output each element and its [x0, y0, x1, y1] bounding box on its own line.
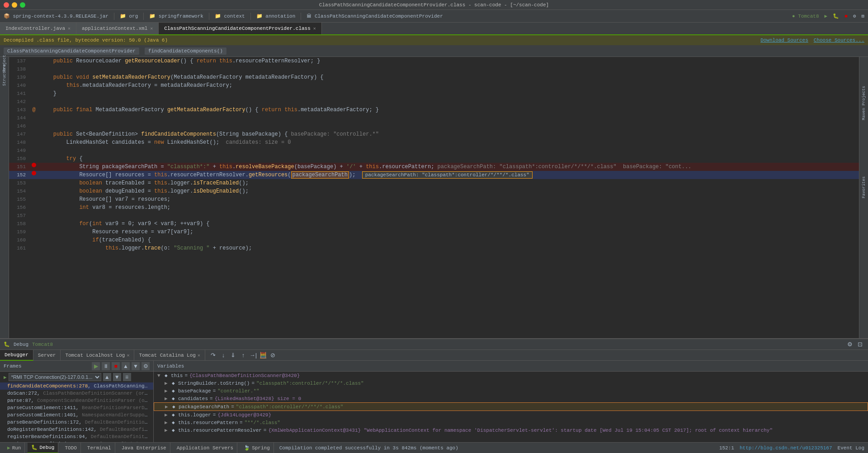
- frame-item-5[interactable]: parseBeanDefinitions:172, DefaultBeanDef…: [0, 419, 153, 426]
- line-gutter: @: [29, 106, 38, 114]
- force-step-into[interactable]: ⇓: [229, 351, 238, 360]
- tomcat-localhost-tab[interactable]: Tomcat Localhost Log ✕: [61, 350, 134, 361]
- pause-button[interactable]: ⏸: [102, 362, 110, 370]
- code-line-147: 147 public Set<BeanDefinition> findCandi…: [9, 130, 859, 138]
- breakpoint-icon[interactable]: [32, 171, 36, 175]
- step-out-button[interactable]: ↑: [239, 351, 248, 360]
- maven-tab[interactable]: Maven Projects: [862, 86, 866, 120]
- localhost-log-close[interactable]: ✕: [127, 353, 129, 358]
- var-item-logger[interactable]: ▶ ◆ this.logger = {Jdk14Logger@3429}: [154, 411, 868, 419]
- thread-nav-up[interactable]: ▲: [103, 373, 111, 381]
- stop-frame-button[interactable]: ■: [112, 362, 120, 370]
- expand-debug-button[interactable]: ⊡: [855, 340, 864, 349]
- tab-class-path-scanning[interactable]: ClassPathScanningCandidateComponentProvi…: [159, 23, 321, 34]
- toolbar-org[interactable]: 📁 org: [120, 13, 138, 19]
- frame-item-3[interactable]: parseCustomElement:1411, BeanDefinitionP…: [0, 404, 153, 411]
- var-item-resourcepatternresolver[interactable]: ▶ ◆ this.resourcePatternResolver = {XmlW…: [154, 426, 868, 434]
- frame-item-6[interactable]: doRegisterBeanDefinitions:142, DefaultBe…: [0, 426, 153, 433]
- catalina-log-close[interactable]: ✕: [198, 353, 200, 358]
- event-log-label[interactable]: Event Log: [838, 445, 864, 451]
- frame-item-4[interactable]: parseCustomElement:1401, NamespaceHandle…: [0, 411, 153, 419]
- settings-debug-button[interactable]: ⚙: [845, 340, 854, 349]
- var-item-stringbuilder[interactable]: ▶ ◆ StringBuilder.toString() = "classpat…: [154, 379, 868, 387]
- frame-item-2[interactable]: parse:87, ComponentScanBeanDefinitionPar…: [0, 397, 153, 404]
- var-item-packagesearchpath[interactable]: ▶ ◆ packageSearchPath = "classpath*:cont…: [154, 402, 868, 411]
- terminal-tab[interactable]: Terminal: [84, 443, 115, 453]
- frame-item-8[interactable]: registerBeanDefinitions:508, XmlBeanDefi…: [0, 440, 153, 442]
- frame-down-button[interactable]: ▼: [132, 362, 140, 370]
- breakpoint-icon[interactable]: [32, 163, 36, 167]
- frames-stop[interactable]: ⊘: [269, 351, 278, 360]
- line-number: 140: [9, 81, 29, 90]
- structure-icon[interactable]: Structure: [0, 71, 9, 80]
- toolbar-springframework[interactable]: 📁 springframework: [149, 13, 203, 19]
- var-item-this[interactable]: ▼ ◆ this = {ClassPathBeanDefinitionScann…: [154, 372, 868, 379]
- debug-label: Debug: [39, 445, 54, 450]
- expand-arrow: ▶: [165, 404, 170, 410]
- tab-close-icon[interactable]: ✕: [68, 26, 71, 31]
- debug-bottom-tab[interactable]: 🐛 Debug: [28, 443, 58, 453]
- toolbar-class[interactable]: 🏛 ClassPathScanningCandidateComponentPro…: [307, 13, 443, 19]
- line-number: 155: [9, 195, 29, 203]
- toolbar-jar[interactable]: 📦 spring-context-4.3.9.RELEASE.jar: [4, 13, 108, 19]
- stop-button[interactable]: ■: [844, 14, 848, 19]
- todo-tab[interactable]: TODO: [61, 443, 80, 453]
- close-button[interactable]: [4, 2, 9, 8]
- resume-button[interactable]: ▶: [92, 362, 100, 370]
- notice-links: Download Sources Choose Sources...: [760, 38, 864, 43]
- run-tab[interactable]: ▶ Run: [4, 443, 25, 453]
- code-line-150: 150 try {: [9, 155, 859, 163]
- var-item-resourcepattern[interactable]: ▶ ◆ this.resourcePattern = "**/*.class": [154, 419, 868, 426]
- breadcrumb-class[interactable]: ClassPathScanningCandidateComponentProvi…: [4, 47, 139, 55]
- code-line-140: 140 this.metadataReaderFactory = metadat…: [9, 81, 859, 90]
- run-to-cursor[interactable]: →|: [249, 351, 258, 360]
- step-over-button[interactable]: ↷: [209, 351, 218, 360]
- tab-application-context[interactable]: applicationContext.xml ✕: [76, 23, 159, 34]
- main-toolbar: 📦 spring-context-4.3.9.RELEASE.jar 📁 org…: [0, 10, 868, 23]
- maximize-button[interactable]: [20, 2, 25, 8]
- frame-item-7[interactable]: registerBeanDefinitions:94, DefaultBeanD…: [0, 433, 153, 440]
- var-item-basepackage[interactable]: ▶ ◆ basePackage = "controller.*": [154, 387, 868, 395]
- step-into-button[interactable]: ↓: [219, 351, 228, 360]
- code-line-149: 149: [9, 146, 859, 155]
- breadcrumb-method[interactable]: findCandidateComponents(): [145, 47, 226, 55]
- tab-index-controller[interactable]: IndexController.java ✕: [0, 23, 76, 34]
- server-tab[interactable]: Server: [33, 350, 61, 361]
- thread-settings[interactable]: ≡: [123, 373, 131, 381]
- download-sources-link[interactable]: Download Sources: [760, 38, 808, 43]
- java-enterprise-tab[interactable]: Java Enterprise: [118, 443, 170, 453]
- toolbar-right: ● Tomcat8 ▶ 🐛 ■ ⚙ ⊞: [792, 13, 864, 19]
- decompiled-notice: Decompiled .class file, bytecode version…: [0, 35, 868, 45]
- var-icon: ◆: [172, 427, 176, 433]
- frame-up-button[interactable]: ▲: [122, 362, 130, 370]
- debugger-tab[interactable]: Debugger: [0, 350, 33, 361]
- evaluate-expression[interactable]: 🧮: [259, 351, 268, 360]
- toolbar-context[interactable]: 📁 context: [215, 13, 245, 19]
- frame-settings-button[interactable]: ⚙: [142, 362, 150, 370]
- var-item-candidates[interactable]: ▶ ◆ candidates = {LinkedHashSet@3428} si…: [154, 395, 868, 402]
- debug-content: Frames ▶ ⏸ ■ ▲ ▼ ⚙ ▶ *RMI TCP Connection…: [0, 361, 868, 442]
- blog-link[interactable]: http://blog.csdn.net/u012325167: [740, 445, 832, 451]
- java-enterprise-label: Java Enterprise: [122, 445, 166, 451]
- line-content: Resource[] var7 = resources;: [38, 195, 859, 203]
- thread-nav-down[interactable]: ▼: [113, 373, 121, 381]
- tab-close-icon[interactable]: ✕: [313, 26, 316, 31]
- choose-sources-link[interactable]: Choose Sources...: [814, 38, 864, 43]
- var-icon: ◆: [172, 404, 177, 410]
- frame-item-1[interactable]: doScan:272, ClassPathBeanDefinitionScann…: [0, 390, 153, 397]
- line-content: try {: [38, 155, 859, 163]
- toolbar-annotation[interactable]: 📁 annotation: [256, 13, 296, 19]
- expand-icon[interactable]: ⊞: [861, 13, 864, 19]
- settings-icon[interactable]: ⚙: [853, 13, 856, 19]
- favorites-tab[interactable]: Favorites: [862, 176, 866, 198]
- run-button[interactable]: ▶: [825, 13, 828, 19]
- debug-run-button[interactable]: 🐛: [833, 13, 839, 19]
- frame-item-0[interactable]: findCandidateComponents:278, ClassPathSc…: [0, 382, 153, 390]
- tab-close-icon[interactable]: ✕: [150, 26, 153, 31]
- line-number: 148: [9, 138, 29, 146]
- tomcat-catalina-tab[interactable]: Tomcat Catalina Log ✕: [134, 350, 205, 361]
- thread-selector[interactable]: *RMI TCP Connection(2)-127.0.0.1...: [9, 373, 101, 381]
- spring-tab[interactable]: 🍃 Spring: [240, 443, 274, 453]
- app-servers-tab[interactable]: Application Servers: [173, 443, 237, 453]
- minimize-button[interactable]: [12, 2, 17, 8]
